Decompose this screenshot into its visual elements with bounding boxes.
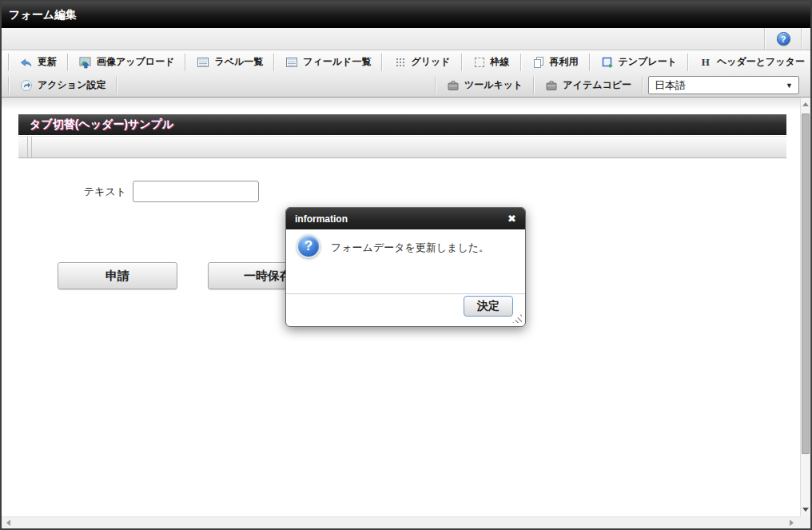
- window-title: フォーム編集: [9, 8, 77, 22]
- ok-button[interactable]: 決定: [464, 296, 513, 317]
- menu-strip: ?: [2, 28, 810, 50]
- app-window: フォーム編集 ? 更新: [0, 0, 812, 530]
- image-upload-icon: [79, 56, 92, 69]
- scroll-down-icon[interactable]: [802, 508, 809, 512]
- tab-strip-cell: [27, 137, 32, 157]
- header-footer-button[interactable]: H ヘッダーとフッター: [689, 52, 812, 73]
- vertical-scroll-thumb[interactable]: [802, 114, 810, 454]
- question-icon-glyph: ?: [304, 238, 312, 254]
- form-header-bar: タブ切替(ヘッダー)サンプル: [18, 114, 786, 135]
- item-copy-label: アイテムコピー: [563, 78, 631, 92]
- dialog-title: information: [295, 213, 348, 225]
- action-settings-button[interactable]: アクション設定: [10, 75, 116, 96]
- toolbar: 更新 画像アップロード ラベル一覧 フィールド一覧: [2, 50, 810, 98]
- language-select-value: 日本語: [655, 78, 686, 93]
- window-titlebar: フォーム編集: [2, 2, 810, 28]
- item-copy-icon: [545, 79, 558, 92]
- label-list-button[interactable]: ラベル一覧: [186, 52, 273, 73]
- close-icon[interactable]: ✖: [508, 213, 516, 224]
- help-cell: ?: [766, 28, 801, 50]
- template-label: テンプレート: [619, 55, 677, 69]
- reuse-button[interactable]: 再利用: [522, 52, 589, 73]
- header-footer-label: ヘッダーとフッター: [717, 55, 805, 69]
- action-settings-icon: [20, 79, 33, 92]
- reuse-icon: [532, 56, 545, 69]
- template-button[interactable]: テンプレート: [591, 52, 687, 73]
- grid-button[interactable]: グリッド: [383, 52, 460, 73]
- toolkit-label: ツールキット: [464, 78, 523, 92]
- update-button[interactable]: 更新: [10, 52, 67, 73]
- scroll-up-icon[interactable]: [802, 102, 809, 106]
- language-select[interactable]: 日本語 ▼: [648, 76, 799, 94]
- dialog-titlebar[interactable]: information ✖: [286, 208, 525, 229]
- vertical-scrollbar[interactable]: [800, 98, 810, 516]
- toolbar-row-2: アクション設定 ツールキット アイテムコピー 日本語 ▼: [2, 74, 810, 97]
- refresh-icon: [20, 56, 33, 69]
- help-icon: ?: [781, 34, 786, 44]
- label-list-label: ラベル一覧: [214, 55, 263, 69]
- image-upload-button[interactable]: 画像アップロード: [69, 52, 185, 73]
- update-label: 更新: [38, 55, 57, 69]
- menu-strip-spacer: [2, 28, 764, 50]
- reuse-label: 再利用: [550, 55, 579, 69]
- border-button[interactable]: 枠線: [463, 52, 520, 73]
- toolbar-separator: [116, 77, 117, 94]
- resize-handle-icon[interactable]: [512, 313, 522, 323]
- border-label: 枠線: [491, 55, 510, 69]
- toolbar-row-1: 更新 画像アップロード ラベル一覧 フィールド一覧: [2, 50, 810, 74]
- template-icon: [601, 56, 614, 69]
- dialog-message: フォームデータを更新しました。: [331, 241, 489, 255]
- grid-icon: [393, 56, 406, 69]
- field-list-icon: [285, 56, 298, 69]
- border-icon: [473, 56, 486, 69]
- grid-label: グリッド: [411, 55, 450, 69]
- submit-button[interactable]: 申請: [58, 262, 177, 289]
- dialog-footer-divider: [286, 293, 525, 294]
- scrollbar-corner: [800, 516, 810, 528]
- horizontal-scrollbar[interactable]: [2, 516, 800, 528]
- information-dialog: information ✖ ? フォームデータを更新しました。 決定: [285, 207, 526, 327]
- text-field-label: テキスト: [29, 181, 126, 202]
- form-canvas: タブ切替(ヘッダー)サンプル テキスト 申請 一時保存 information …: [2, 98, 800, 516]
- toolkit-button[interactable]: ツールキット: [436, 75, 533, 96]
- item-copy-button[interactable]: アイテムコピー: [535, 75, 642, 96]
- field-list-button[interactable]: フィールド一覧: [275, 52, 381, 73]
- toolbar-separator: [642, 77, 643, 94]
- label-list-icon: [197, 56, 209, 69]
- toolkit-icon: [447, 79, 460, 92]
- text-field-input[interactable]: [133, 181, 259, 202]
- menu-strip-endpad: [802, 28, 810, 50]
- field-list-label: フィールド一覧: [303, 55, 371, 69]
- tab-strip: [18, 136, 786, 158]
- action-settings-label: アクション設定: [38, 78, 105, 92]
- help-button[interactable]: ?: [777, 32, 790, 46]
- chevron-down-icon: ▼: [786, 82, 793, 90]
- question-icon: ?: [297, 234, 320, 258]
- form-header-title: タブ切替(ヘッダー)サンプル: [30, 118, 173, 132]
- image-upload-label: 画像アップロード: [97, 55, 174, 69]
- scroll-right-icon[interactable]: [790, 520, 794, 526]
- header-footer-icon: H: [699, 56, 712, 69]
- scroll-left-icon[interactable]: [6, 520, 10, 526]
